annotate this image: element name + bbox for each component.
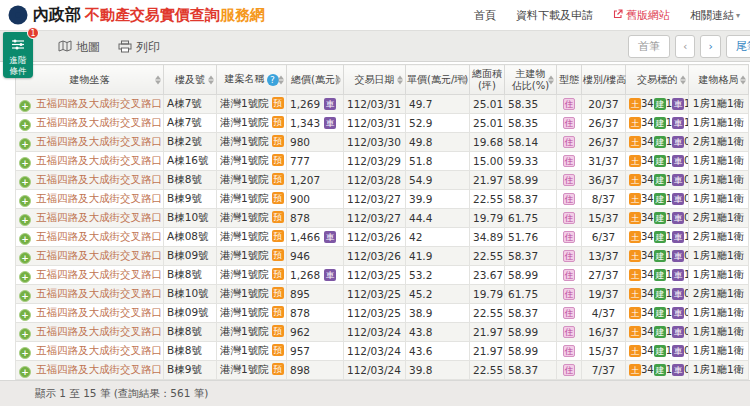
- expand-row-icon[interactable]: +: [19, 328, 31, 340]
- land-count: 34: [641, 250, 654, 261]
- sort-icon[interactable]: [740, 75, 746, 84]
- sort-up-arrow: [461, 75, 467, 79]
- floor-cell: 31/37: [582, 152, 626, 171]
- project-cell: 港灣1號院預: [217, 209, 287, 228]
- address-link[interactable]: 五福四路及大成街交叉路口: [36, 249, 162, 261]
- column-header-ratio[interactable]: 主建物佔比(%): [505, 65, 557, 95]
- expand-row-icon[interactable]: +: [19, 119, 31, 131]
- column-header-unit_price[interactable]: 單價(萬元/坪): [406, 65, 470, 95]
- parking-count: 0: [684, 288, 688, 299]
- parking-badge: 車: [672, 98, 684, 110]
- target-cell: 土34建1車0: [626, 171, 689, 190]
- land-badge: 土: [629, 288, 641, 300]
- sort-icon[interactable]: [155, 75, 161, 84]
- expand-row-icon[interactable]: +: [19, 290, 31, 302]
- sort-icon[interactable]: [208, 75, 214, 84]
- address-link[interactable]: 五福四路及大成街交叉路口: [36, 192, 162, 204]
- sort-down-arrow: [680, 80, 686, 84]
- sort-icon[interactable]: [397, 75, 403, 84]
- expand-row-icon[interactable]: +: [19, 157, 31, 169]
- sort-icon[interactable]: [335, 75, 341, 84]
- price-cell: 962: [287, 323, 344, 342]
- presale-badge: 預: [272, 268, 284, 280]
- area-cell: 15.00: [470, 152, 505, 171]
- column-header-project[interactable]: 建案名稱?: [217, 65, 287, 95]
- address-link[interactable]: 五福四路及大成街交叉路口: [36, 154, 162, 166]
- sort-icon[interactable]: [680, 75, 686, 84]
- first-page-button[interactable]: 首筆: [628, 35, 670, 58]
- address-link[interactable]: 五福四路及大成街交叉路口: [36, 363, 162, 375]
- help-icon[interactable]: ?: [267, 74, 279, 86]
- expand-row-icon[interactable]: +: [19, 233, 31, 245]
- sort-icon[interactable]: [548, 75, 554, 84]
- address-link[interactable]: 五福四路及大成街交叉路口: [36, 306, 162, 318]
- expand-row-icon[interactable]: +: [19, 252, 31, 264]
- parking-badge: 車: [672, 307, 684, 319]
- address-link[interactable]: 五福四路及大成街交叉路口: [36, 173, 162, 185]
- nav-related-links[interactable]: 相關連結 ▾: [690, 8, 740, 23]
- expand-row-icon[interactable]: +: [19, 214, 31, 226]
- address-link[interactable]: 五福四路及大成街交叉路口: [36, 230, 162, 242]
- map-button[interactable]: 地圖: [58, 39, 100, 56]
- type-cell: 住: [557, 323, 582, 342]
- address-cell: +五福四路及大成街交叉路口: [16, 190, 164, 209]
- expand-row-icon[interactable]: +: [19, 309, 31, 321]
- address-link[interactable]: 五福四路及大成街交叉路口: [36, 211, 162, 223]
- building-badge: 建: [654, 117, 666, 129]
- expand-row-icon[interactable]: +: [19, 366, 31, 378]
- address-link[interactable]: 五福四路及大成街交叉路口: [36, 97, 162, 109]
- last-page-button[interactable]: 尾筆: [726, 35, 750, 58]
- presale-badge: 預: [272, 135, 284, 147]
- land-count: 34: [641, 326, 654, 337]
- nav-download[interactable]: 資料下載及申請: [516, 8, 593, 23]
- expand-row-icon[interactable]: +: [19, 138, 31, 150]
- presale-badge: 預: [272, 192, 284, 204]
- parking-count: 1: [684, 269, 688, 280]
- expand-row-icon[interactable]: +: [19, 100, 31, 112]
- column-header-address[interactable]: 建物坐落: [16, 65, 164, 95]
- address-link[interactable]: 五福四路及大成街交叉路口: [36, 325, 162, 337]
- presale-badge: 預: [272, 230, 284, 242]
- column-label: 單價(萬元/坪): [407, 74, 468, 85]
- address-link[interactable]: 五福四路及大成街交叉路口: [36, 135, 162, 147]
- advanced-conditions-tab[interactable]: 進階 條件 1: [3, 32, 33, 78]
- residential-type-badge: 住: [563, 117, 576, 129]
- sort-icon[interactable]: [461, 75, 467, 84]
- column-header-building[interactable]: 樓及號: [164, 65, 217, 95]
- land-count: 34: [641, 193, 654, 204]
- sort-icon[interactable]: [278, 75, 284, 84]
- column-header-target[interactable]: 交易標的: [626, 65, 689, 95]
- table-row: +五福四路及大成街交叉路口B棟09號港灣1號院預946112/03/2641.9…: [16, 247, 749, 266]
- expand-row-icon[interactable]: +: [19, 347, 31, 359]
- land-badge: 土: [629, 269, 641, 281]
- expand-row-icon[interactable]: +: [19, 176, 31, 188]
- prev-page-button[interactable]: ‹: [675, 35, 695, 58]
- nav-home[interactable]: 首頁: [474, 8, 496, 23]
- price-cell: 898: [287, 361, 344, 380]
- area-cell: 25.01: [470, 95, 505, 114]
- column-header-date[interactable]: 交易日期: [344, 65, 406, 95]
- column-header-layout[interactable]: 建物格局: [689, 65, 749, 95]
- address-cell: +五福四路及大成街交叉路口: [16, 323, 164, 342]
- column-header-price[interactable]: 總價(萬元): [287, 65, 344, 95]
- expand-row-icon[interactable]: +: [19, 271, 31, 283]
- type-cell: 住: [557, 152, 582, 171]
- parking-count: 0: [684, 155, 688, 166]
- print-button[interactable]: 列印: [118, 39, 160, 56]
- address-link[interactable]: 五福四路及大成街交叉路口: [36, 287, 162, 299]
- address-link[interactable]: 五福四路及大成街交叉路口: [36, 268, 162, 280]
- expand-row-icon[interactable]: +: [19, 195, 31, 207]
- address-link[interactable]: 五福四路及大成街交叉路口: [36, 344, 162, 356]
- price-cell: 980: [287, 133, 344, 152]
- address-cell: +五福四路及大成街交叉路口: [16, 95, 164, 114]
- residential-type-badge: 住: [563, 307, 576, 319]
- nav-old-site[interactable]: 舊版網站: [613, 8, 670, 23]
- project-cell: 港灣1號院預: [217, 114, 287, 133]
- project-cell: 港灣1號院預: [217, 285, 287, 304]
- price-value: 898: [290, 364, 310, 376]
- address-cell: +五福四路及大成街交叉路口: [16, 228, 164, 247]
- land-badge: 土: [629, 136, 641, 148]
- next-page-button[interactable]: ›: [700, 35, 720, 58]
- address-link[interactable]: 五福四路及大成街交叉路口: [36, 116, 162, 128]
- target-cell: 土34建1車0: [626, 209, 689, 228]
